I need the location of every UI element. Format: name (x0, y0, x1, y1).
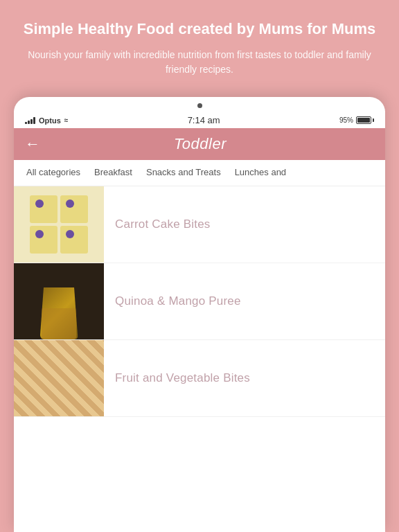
battery-tip (373, 118, 374, 122)
header-title: Simple Healthy Food created by Mums for … (21, 19, 378, 39)
app-navbar: ← Toddler (14, 128, 385, 160)
recipe-list: Carrot Cake Bites Quinoa & Mango Puree (14, 186, 385, 417)
top-header: Simple Healthy Food created by Mums for … (0, 0, 399, 91)
battery-indicator (356, 116, 374, 124)
tab-all-categories[interactable]: All categories (19, 160, 87, 186)
status-right: 95% (339, 116, 374, 124)
cake-piece-4 (60, 226, 88, 254)
carrier-label: Optus (39, 116, 61, 125)
recipe-image-quinoa (14, 263, 104, 339)
carrot-cake-image (14, 186, 104, 263)
status-time: 7:14 am (188, 115, 220, 125)
device-frame: Optus ≈ 7:14 am 95% ← Toddler All catego… (14, 97, 385, 532)
battery-fill (357, 118, 370, 123)
recipe-info-3: Fruit and Vegetable Bites (104, 360, 385, 396)
recipe-info-1: Carrot Cake Bites (104, 206, 385, 242)
recipe-title-3: Fruit and Vegetable Bites (115, 371, 250, 384)
battery-body (356, 116, 371, 124)
signal-bars (25, 117, 35, 124)
back-button[interactable]: ← (25, 136, 40, 152)
recipe-image-fruit (14, 340, 104, 416)
wifi-icon: ≈ (64, 116, 69, 124)
camera-dot (197, 103, 202, 108)
tab-snacks[interactable]: Snacks and Treats (139, 160, 228, 186)
quinoa-liquid (42, 308, 76, 339)
recipe-info-2: Quinoa & Mango Puree (104, 283, 385, 319)
recipe-item[interactable]: Fruit and Vegetable Bites (14, 340, 385, 417)
quinoa-glass (40, 287, 78, 339)
cake-piece-1 (30, 195, 57, 223)
status-left: Optus ≈ (25, 116, 68, 125)
recipe-item[interactable]: Carrot Cake Bites (14, 186, 385, 263)
camera-notch (14, 97, 385, 111)
status-bar: Optus ≈ 7:14 am 95% (14, 111, 385, 128)
battery-percent: 95% (339, 116, 353, 124)
recipe-item[interactable]: Quinoa & Mango Puree (14, 263, 385, 340)
recipe-title-1: Carrot Cake Bites (115, 218, 211, 231)
navbar-title: Toddler (47, 135, 353, 153)
tab-lunches[interactable]: Lunches and (228, 160, 293, 186)
recipe-title-2: Quinoa & Mango Puree (115, 294, 241, 308)
tab-breakfast[interactable]: Breakfast (87, 160, 139, 186)
cake-piece-3 (30, 226, 57, 254)
cake-piece-2 (60, 195, 88, 223)
header-subtitle: Nourish your family with incredible nutr… (21, 48, 378, 77)
recipe-image-carrot-cake (14, 186, 104, 263)
fruit-bites-image (14, 340, 104, 416)
quinoa-image (14, 263, 104, 339)
category-tabs: All categories Breakfast Snacks and Trea… (14, 160, 385, 186)
fruit-texture (14, 340, 104, 416)
